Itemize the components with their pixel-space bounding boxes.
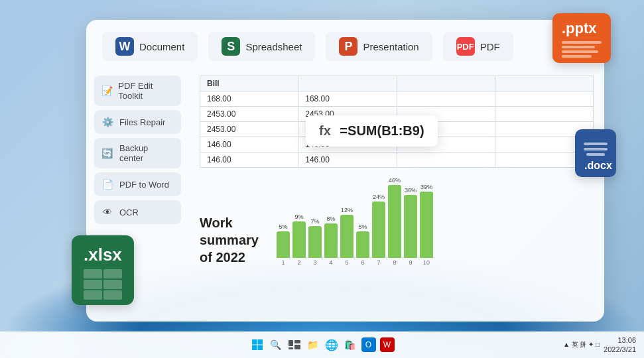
cell — [397, 91, 495, 107]
bar-fill — [356, 231, 369, 258]
sidebar-item-ocr[interactable]: 👁 OCR — [94, 200, 181, 224]
presentation-label: Presentation — [363, 41, 419, 52]
taskbar: 🔍 📁 🌐 🛍️ O W ▲ 英 拼 ✦ □ 13:06 2022/3/21 — [0, 331, 644, 358]
bar-number: 8 — [393, 259, 396, 266]
bar-column: 24%7 — [372, 194, 385, 266]
files-repair-icon: ⚙️ — [101, 115, 114, 129]
store-icon[interactable]: 🛍️ — [343, 337, 357, 352]
bar-column: 9%2 — [292, 213, 306, 266]
backup-icon: 🔄 — [101, 147, 114, 160]
bar-percentage: 5% — [358, 223, 367, 230]
bar-percentage: 39% — [420, 184, 432, 190]
xlsx-cell — [103, 269, 122, 278]
bar-number: 9 — [409, 259, 412, 266]
cell: 146.00 — [298, 152, 397, 168]
bar-number: 3 — [313, 259, 316, 266]
edge-icon[interactable]: 🌐 — [324, 337, 339, 352]
bar-fill — [420, 192, 433, 258]
xlsx-cell — [84, 290, 102, 300]
sheet-header-col3 — [397, 76, 495, 91]
xlsx-cell — [84, 280, 102, 289]
bar-fill — [404, 195, 417, 258]
taskview-icon[interactable] — [287, 337, 302, 352]
windows-icon[interactable] — [250, 337, 265, 352]
bar-percentage: 12% — [341, 207, 353, 213]
sidebar-item-pdf-to-word[interactable]: 📄 PDF to Word — [94, 172, 181, 196]
svg-rect-0 — [252, 339, 257, 345]
chart-title-line2: summary — [200, 233, 259, 247]
xlsx-cell — [84, 269, 102, 278]
sidebar-item-label: Files Repair — [119, 117, 165, 127]
pdf-label: PDF — [480, 41, 500, 52]
spreadsheet-label: Spreadsheet — [245, 41, 302, 52]
xlsx-badge: .xlsx — [72, 235, 134, 305]
bar-percentage: 24% — [373, 194, 385, 200]
bar-number: 5 — [345, 259, 348, 266]
spreadsheet-button[interactable]: S Spreadsheet — [208, 32, 315, 61]
sidebar-item-backup-center[interactable]: 🔄 Backup center — [94, 138, 181, 168]
chart-area: Work summary of 2022 5%19%27%38%412%55%6… — [200, 186, 594, 266]
sidebar-item-pdf-edit[interactable]: 📝 PDF Edit Toolkit — [94, 76, 181, 106]
taskbar-time: 13:06 2022/3/21 — [604, 335, 636, 355]
docx-badge: .docx — [575, 129, 616, 177]
ppt-icon: P — [339, 37, 357, 56]
pptx-line — [562, 50, 598, 53]
xlsx-cell — [103, 290, 122, 300]
bar-fill — [277, 231, 290, 258]
bar-column: 12%5 — [340, 207, 354, 266]
pptx-line — [562, 46, 595, 48]
formula-bar: fx =SUM(B1:B9) — [306, 115, 438, 147]
docx-line — [586, 153, 605, 156]
cell: 146.00 — [200, 137, 298, 152]
ocr-icon: 👁 — [101, 206, 114, 219]
svg-rect-1 — [257, 339, 263, 345]
bar-column: 8%4 — [324, 215, 338, 266]
taskbar-center: 🔍 📁 🌐 🛍️ O W — [250, 337, 395, 352]
file-explorer-icon[interactable]: 📁 — [306, 337, 320, 352]
app-icon[interactable]: W — [380, 337, 395, 352]
bar-column: 7%3 — [308, 218, 322, 266]
bar-number: 2 — [297, 259, 300, 266]
svg-rect-6 — [289, 347, 293, 349]
sidebar-item-label: Backup center — [119, 143, 174, 163]
bar-number: 6 — [361, 259, 364, 266]
svg-rect-7 — [294, 345, 300, 349]
cell: 168.00 — [200, 91, 298, 107]
bar-percentage: 36% — [405, 187, 417, 194]
pptx-label: .pptx — [562, 20, 602, 37]
excel-icon: S — [222, 37, 240, 56]
bar-percentage: 5% — [279, 223, 287, 230]
sidebar-item-files-repair[interactable]: ⚙️ Files Repair — [94, 110, 181, 134]
bar-number: 10 — [423, 259, 430, 266]
bar-column: 36%9 — [404, 187, 417, 266]
document-button[interactable]: W Document — [102, 32, 198, 61]
bar-column: 5%6 — [356, 223, 369, 266]
content-area: 📝 PDF Edit Toolkit ⚙️ Files Repair 🔄 Bac… — [86, 70, 604, 322]
outlook-icon[interactable]: O — [361, 337, 376, 352]
pptx-line — [562, 41, 602, 44]
table-row: 146.00 146.00 — [200, 152, 594, 168]
word-icon: W — [115, 37, 134, 56]
cell: 146.00 — [200, 152, 298, 168]
bar-percentage: 46% — [389, 177, 401, 184]
bar-number: 4 — [329, 259, 332, 266]
pdf-button[interactable]: PDF PDF — [443, 32, 513, 61]
docx-line — [584, 143, 608, 145]
docx-label: .docx — [584, 160, 607, 172]
nav-buttons: W Document S Spreadsheet P Presentation … — [86, 20, 604, 70]
cell — [495, 107, 593, 122]
cell: 168.00 — [298, 91, 397, 107]
chart-title-line1: Work — [200, 215, 233, 230]
svg-rect-3 — [257, 345, 263, 351]
xlsx-cell — [103, 280, 122, 289]
search-icon[interactable]: 🔍 — [269, 337, 283, 352]
sidebar-item-label: PDF to Word — [119, 180, 169, 190]
bar-percentage: 8% — [326, 215, 335, 222]
chart-title: Work summary of 2022 — [200, 214, 266, 266]
presentation-button[interactable]: P Presentation — [326, 32, 432, 61]
docx-line — [584, 148, 608, 150]
chart-title-line3: of 2022 — [200, 250, 245, 265]
taskbar-right: ▲ 英 拼 ✦ □ 13:06 2022/3/21 — [563, 335, 636, 355]
bar-chart: 5%19%27%38%412%55%624%746%836%939%10 — [277, 186, 433, 266]
docx-icon-lines — [584, 143, 607, 156]
